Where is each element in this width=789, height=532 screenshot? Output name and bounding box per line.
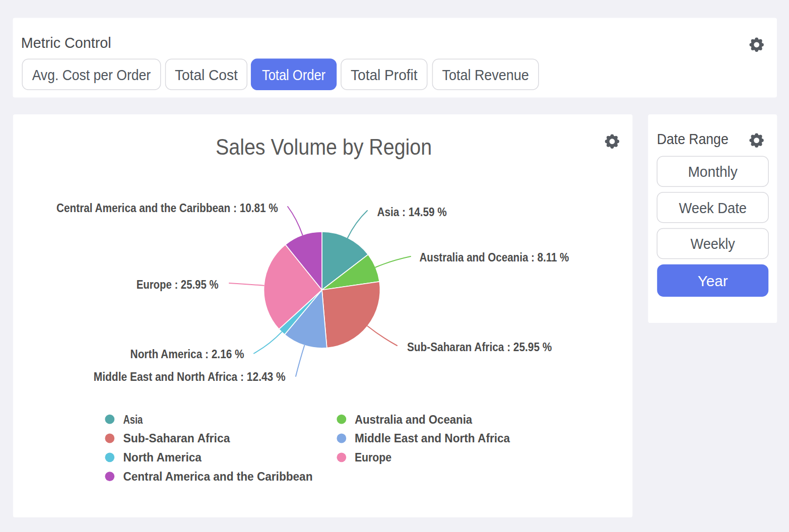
- svg-text:Sub-Saharan Africa : 25.95 %: Sub-Saharan Africa : 25.95 %: [407, 341, 552, 354]
- svg-text:Metric Control: Metric Control: [21, 35, 111, 51]
- svg-text:Middle East and North Africa: Middle East and North Africa: [355, 432, 510, 445]
- svg-text:Central America and the Caribb: Central America and the Caribbean : 10.8…: [56, 202, 278, 215]
- svg-text:Asia: Asia: [123, 413, 143, 426]
- svg-text:North America : 2.16 %: North America : 2.16 %: [130, 348, 244, 361]
- svg-text:Total Profit: Total Profit: [351, 67, 418, 83]
- svg-text:Central America and the Caribb: Central America and the Caribbean: [123, 470, 312, 483]
- svg-text:Australia and Oceania : 8.11 %: Australia and Oceania : 8.11 %: [420, 251, 569, 264]
- svg-text:Total Cost: Total Cost: [175, 67, 238, 83]
- svg-text:Monthly: Monthly: [688, 163, 738, 180]
- svg-text:Sales Volume by Region: Sales Volume by Region: [216, 135, 432, 159]
- svg-text:Australia and Oceania: Australia and Oceania: [355, 413, 472, 426]
- svg-text:Middle East and North Africa :: Middle East and North Africa : 12.43 %: [94, 370, 286, 383]
- svg-text:Europe: Europe: [355, 451, 391, 464]
- svg-text:Asia : 14.59 %: Asia : 14.59 %: [377, 206, 447, 219]
- svg-text:Weekly: Weekly: [691, 235, 735, 252]
- svg-text:Avg. Cost per Order: Avg. Cost per Order: [32, 67, 151, 83]
- svg-text:Date Range: Date Range: [657, 130, 729, 147]
- svg-text:Year: Year: [698, 273, 728, 289]
- svg-text:Europe : 25.95 %: Europe : 25.95 %: [137, 278, 219, 291]
- svg-text:Total Revenue: Total Revenue: [442, 67, 529, 83]
- svg-text:North America: North America: [123, 451, 202, 464]
- svg-text:Sub-Saharan Africa: Sub-Saharan Africa: [123, 432, 230, 445]
- svg-text:Week Date: Week Date: [679, 200, 747, 216]
- svg-text:Total Order: Total Order: [262, 67, 325, 83]
